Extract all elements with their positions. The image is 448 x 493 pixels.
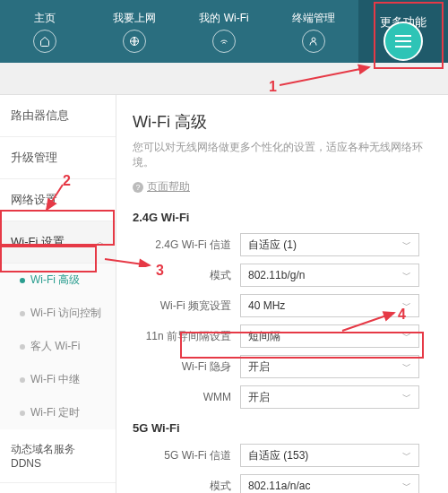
help-icon: ? <box>133 182 143 193</box>
select-channel24[interactable]: 自适应 (1)﹀ <box>240 233 419 256</box>
home-icon <box>33 30 56 53</box>
sidebar: 路由器信息 升级管理 网络设置 Wi-Fi 设置 ︿ Wi-Fi 高级 Wi-F… <box>0 95 116 493</box>
label-channel24: 2.4G Wi-Fi 信道 <box>133 238 240 253</box>
nav-internet[interactable]: 我要上网 <box>90 0 179 63</box>
wifi-icon <box>212 30 236 53</box>
section-24g: 2.4G Wi-Fi <box>133 211 432 224</box>
label-wmm: WMM <box>133 391 240 403</box>
label-preamble: 11n 前导间隔设置 <box>133 329 240 344</box>
label-bandwidth24: Wi-Fi 频宽设置 <box>133 298 240 314</box>
chevron-down-icon: ﹀ <box>402 391 411 403</box>
globe-icon <box>123 30 146 53</box>
dot-icon <box>20 344 25 350</box>
user-icon <box>302 30 325 53</box>
select-mode24[interactable]: 802.11b/g/n﹀ <box>240 264 419 287</box>
label-mode5: 模式 <box>133 479 240 494</box>
select-bandwidth24[interactable]: 40 MHz﹀ <box>240 294 419 317</box>
sidebar-sub-timer[interactable]: Wi-Fi 定时 <box>0 396 116 429</box>
sidebar-wifi-settings[interactable]: Wi-Fi 设置 ︿ <box>0 221 116 264</box>
sidebar-sub-advanced[interactable]: Wi-Fi 高级 <box>0 264 116 297</box>
main-content: Wi-Fi 高级 您可以对无线网络做更多个性化的设置，适应各种无线网络环境。 ?… <box>116 95 448 493</box>
sidebar-sub-repeater[interactable]: Wi-Fi 中继 <box>0 363 116 396</box>
sidebar-router-info[interactable]: 路由器信息 <box>0 95 116 137</box>
nav-more[interactable]: 更多功能 <box>358 0 448 63</box>
chevron-down-icon: ﹀ <box>402 299 411 312</box>
nav-wifi[interactable]: 我的 Wi-Fi <box>179 0 269 63</box>
sidebar-security[interactable]: 安全设置 <box>0 483 116 493</box>
dot-icon <box>20 411 25 416</box>
section-5g: 5G Wi-Fi <box>133 421 432 435</box>
sidebar-upgrade[interactable]: 升级管理 <box>0 137 116 179</box>
chevron-down-icon: ﹀ <box>402 269 411 281</box>
spacer-bar <box>0 63 448 95</box>
chevron-down-icon: ﹀ <box>402 480 411 492</box>
page-help-link[interactable]: ? 页面帮助 <box>133 179 432 195</box>
select-channel5[interactable]: 自适应 (153)﹀ <box>240 444 419 467</box>
sidebar-network[interactable]: 网络设置 <box>0 179 116 221</box>
nav-home[interactable]: 主页 <box>0 0 90 63</box>
select-preamble[interactable]: 短间隔﹀ <box>240 324 419 348</box>
select-hidden[interactable]: 开启﹀ <box>240 355 419 378</box>
dot-icon <box>20 377 25 383</box>
dot-icon <box>20 311 25 316</box>
sidebar-sub-guest[interactable]: 客人 Wi-Fi <box>0 330 116 363</box>
chevron-down-icon: ﹀ <box>402 449 411 462</box>
chevron-down-icon: ﹀ <box>402 360 411 373</box>
label-mode24: 模式 <box>133 268 240 283</box>
top-nav: 主页 我要上网 我的 Wi-Fi 终端管理 更多功能 <box>0 0 448 63</box>
label-channel5: 5G Wi-Fi 信道 <box>133 448 240 463</box>
select-mode5[interactable]: 802.11a/n/ac﹀ <box>240 474 419 493</box>
svg-point-1 <box>312 38 315 41</box>
page-title: Wi-Fi 高级 <box>133 111 432 133</box>
select-wmm[interactable]: 开启﹀ <box>240 385 419 409</box>
label-hidden: Wi-Fi 隐身 <box>133 359 240 375</box>
hamburger-icon <box>383 22 423 61</box>
nav-devices[interactable]: 终端管理 <box>269 0 358 63</box>
page-desc: 您可以对无线网络做更多个性化的设置，适应各种无线网络环境。 <box>133 140 432 170</box>
dot-icon <box>20 278 25 283</box>
sidebar-sub-access[interactable]: Wi-Fi 访问控制 <box>0 297 116 330</box>
chevron-up-icon: ︿ <box>96 236 105 248</box>
chevron-down-icon: ﹀ <box>402 238 411 251</box>
chevron-down-icon: ﹀ <box>402 330 411 342</box>
sidebar-ddns[interactable]: 动态域名服务 DDNS <box>0 429 116 483</box>
